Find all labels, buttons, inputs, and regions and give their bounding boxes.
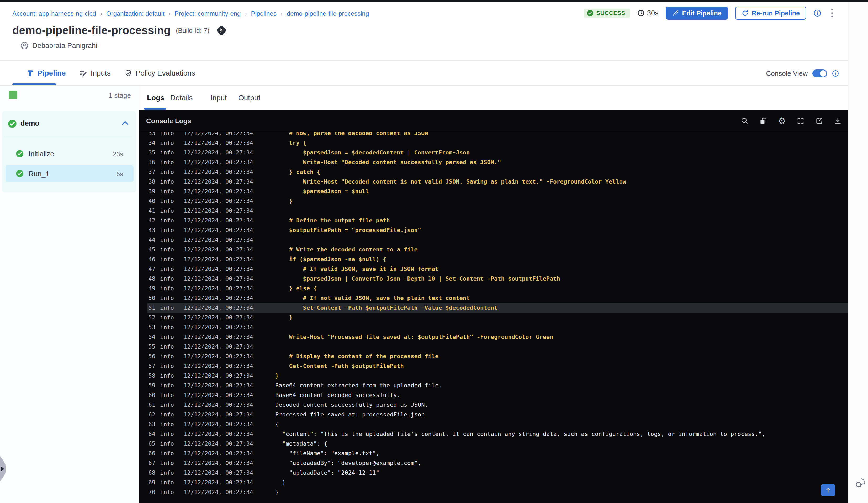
duration-value: 30s xyxy=(647,9,659,17)
breadcrumb-link-0[interactable]: Account: app-harness-ng-cicd xyxy=(12,10,96,17)
log-line-59: 59info12/12/2024, 00:27:34Base64 content… xyxy=(147,380,848,390)
breadcrumb-link-1[interactable]: Organization: default xyxy=(106,10,164,17)
breadcrumb-link-2[interactable]: Project: community-eng xyxy=(175,10,241,17)
title-row: demo-pipeline-file-processing (Build Id:… xyxy=(12,24,227,37)
stage-success-icon xyxy=(8,119,17,128)
tab-policy-evaluations-label: Policy Evaluations xyxy=(136,69,195,77)
step-name: Initialize xyxy=(29,150,54,158)
console-view-toggle[interactable] xyxy=(813,70,827,77)
status-label: SUCCESS xyxy=(596,10,625,17)
expand-arrow-icon xyxy=(1,466,4,472)
tab-inputs[interactable]: Inputs xyxy=(79,69,111,77)
execution-actions-row: SUCCESS 30s Edit Pipeline Re-run Pipelin… xyxy=(583,6,836,20)
detail-tab-output[interactable]: Output xyxy=(238,94,260,102)
log-line-49: 49info12/12/2024, 00:27:34} else { xyxy=(147,283,848,293)
inputs-icon xyxy=(79,69,87,77)
active-tab-underline xyxy=(12,83,56,85)
log-line-64: 64info12/12/2024, 00:27:34"content": "Th… xyxy=(147,429,848,439)
tab-pipeline[interactable]: Pipeline xyxy=(26,69,65,77)
rerun-pipeline-label: Re-run Pipeline xyxy=(752,9,800,17)
open-external-icon[interactable] xyxy=(815,117,823,125)
log-line-36: 36info12/12/2024, 00:27:34Write-Host "De… xyxy=(147,157,848,167)
rerun-pipeline-button[interactable]: Re-run Pipeline xyxy=(735,7,806,20)
log-line-62: 62info12/12/2024, 00:27:34Processed file… xyxy=(147,410,848,419)
detail-tab-details[interactable]: Details xyxy=(170,94,193,102)
log-line-55: 55info12/12/2024, 00:27:34 xyxy=(147,342,848,352)
log-line-70: 70info12/12/2024, 00:27:34} xyxy=(147,487,848,497)
harness-pipeline-execution-page: { "colors": { "accent_blue": "#2e6cd4", … xyxy=(0,0,868,503)
step-row-initialize[interactable]: Initialize23s xyxy=(6,145,134,162)
pipeline-icon xyxy=(26,69,34,77)
log-line-45: 45info12/12/2024, 00:27:34# Write the de… xyxy=(147,245,848,254)
author-name: Debabrata Panigrahi xyxy=(32,42,97,50)
log-line-39: 39info12/12/2024, 00:27:34$parsedJson = … xyxy=(147,187,848,196)
log-line-63: 63info12/12/2024, 00:27:34{ xyxy=(147,419,848,429)
stage-count-label: 1 stage xyxy=(108,92,131,99)
download-icon[interactable] xyxy=(834,117,842,125)
log-line-65: 65info12/12/2024, 00:27:34"metadata": { xyxy=(147,439,848,449)
console-header: Console Logs ⚙ xyxy=(139,110,848,132)
active-detail-tab-underline xyxy=(144,108,166,109)
console-panel: Console Logs ⚙ 33info12/12/2024, 00:27:3… xyxy=(139,110,848,503)
kebab-menu-icon[interactable] xyxy=(829,7,836,19)
stage-count-row: 1 stage xyxy=(0,89,138,105)
edit-pipeline-button[interactable]: Edit Pipeline xyxy=(666,7,728,20)
log-line-51: 51info12/12/2024, 00:27:34Set-Content -P… xyxy=(147,303,848,313)
page-title: demo-pipeline-file-processing xyxy=(12,24,170,37)
log-viewport[interactable]: 33info12/12/2024, 00:27:34# Now, parse t… xyxy=(139,132,848,503)
step-name: Run_1 xyxy=(29,170,50,178)
chevron-up-icon[interactable] xyxy=(121,120,129,126)
log-line-68: 68info12/12/2024, 00:27:34"uploadDate": … xyxy=(147,468,848,478)
settings-gear-icon[interactable]: ⚙ xyxy=(778,116,786,125)
log-line-58: 58info12/12/2024, 00:27:34} xyxy=(147,371,848,380)
log-line-50: 50info12/12/2024, 00:27:34# If not valid… xyxy=(147,293,848,303)
rerun-icon xyxy=(742,10,748,17)
author-row: Debabrata Panigrahi xyxy=(20,41,97,50)
step-row-run_1[interactable]: Run_15s xyxy=(6,165,134,182)
tab-inputs-label: Inputs xyxy=(91,69,111,77)
tab-policy-evaluations[interactable]: Policy Evaluations xyxy=(124,69,195,77)
log-line-38: 38info12/12/2024, 00:27:34Write-Host "De… xyxy=(147,177,848,187)
top-edge-bar xyxy=(0,0,868,2)
detail-tab-input[interactable]: Input xyxy=(210,94,227,102)
log-line-54: 54info12/12/2024, 00:27:34Write-Host "Pr… xyxy=(147,332,848,342)
step-duration: 5s xyxy=(116,170,123,178)
stage-name: demo xyxy=(20,119,39,127)
scroll-to-top-button[interactable] xyxy=(821,484,836,496)
stage-panel: 1 stage demo Initialize23sRun_15s xyxy=(0,86,139,503)
log-line-47: 47info12/12/2024, 00:27:34# If valid JSO… xyxy=(147,264,848,274)
copy-icon[interactable] xyxy=(760,117,767,125)
help-chat-icon[interactable] xyxy=(854,477,866,489)
breadcrumb-separator: › xyxy=(245,10,247,17)
log-line-33: 33info12/12/2024, 00:27:34# Now, parse t… xyxy=(147,132,848,138)
check-circle-icon xyxy=(587,10,593,17)
fullscreen-icon[interactable] xyxy=(797,117,805,125)
detail-tab-logs[interactable]: Logs xyxy=(147,94,165,102)
step-success-icon xyxy=(16,150,24,158)
breadcrumb-separator: › xyxy=(280,10,283,17)
log-line-56: 56info12/12/2024, 00:27:34# Display the … xyxy=(147,352,848,361)
stage-status-square xyxy=(9,91,17,99)
log-line-57: 57info12/12/2024, 00:27:34Get-Content -P… xyxy=(147,361,848,371)
stage-group-divider xyxy=(5,138,133,138)
log-line-42: 42info12/12/2024, 00:27:34# Define the o… xyxy=(147,216,848,225)
log-line-44: 44info12/12/2024, 00:27:34 xyxy=(147,235,848,245)
breadcrumb-link-4[interactable]: demo-pipeline-file-processing xyxy=(287,10,369,17)
log-line-61: 61info12/12/2024, 00:27:34Decoded conten… xyxy=(147,400,848,410)
git-source-icon[interactable] xyxy=(216,25,227,36)
log-line-66: 66info12/12/2024, 00:27:34"fileName": "e… xyxy=(147,449,848,458)
info-icon[interactable] xyxy=(814,9,821,17)
breadcrumb-link-3[interactable]: Pipelines xyxy=(251,10,276,17)
build-id-label: (Build Id: 7) xyxy=(176,27,209,34)
breadcrumb-separator: › xyxy=(100,10,102,17)
log-line-40: 40info12/12/2024, 00:27:34} xyxy=(147,196,848,206)
console-toolbar: ⚙ xyxy=(741,116,842,125)
console-view-info-icon[interactable] xyxy=(832,70,839,77)
log-line-46: 46info12/12/2024, 00:27:34if ($parsedJso… xyxy=(147,254,848,264)
breadcrumb: Account: app-harness-ng-cicd›Organizatio… xyxy=(12,10,369,17)
stage-group-header[interactable]: demo xyxy=(2,118,136,129)
search-icon[interactable] xyxy=(741,117,748,125)
console-view-label: Console View xyxy=(766,70,808,77)
log-line-48: 48info12/12/2024, 00:27:34$parsedJson | … xyxy=(147,274,848,283)
log-line-43: 43info12/12/2024, 00:27:34$outputFilePat… xyxy=(147,225,848,235)
